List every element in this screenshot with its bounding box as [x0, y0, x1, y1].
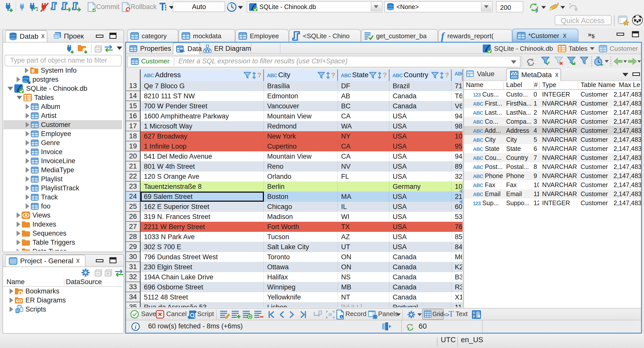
svg-text:i: i — [32, 69, 33, 73]
svg-text:i: i — [135, 324, 137, 330]
svg-text:i: i — [341, 315, 342, 319]
svg-text:<>: <> — [180, 49, 185, 53]
